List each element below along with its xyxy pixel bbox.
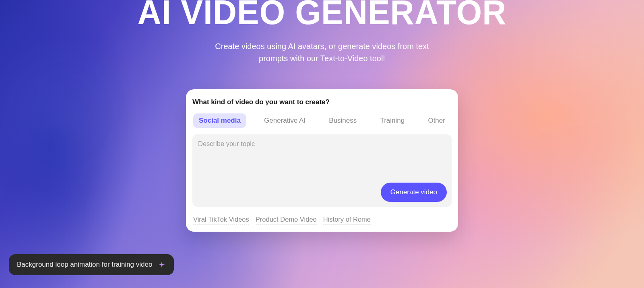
spark-icon bbox=[158, 261, 166, 269]
suggestion-toast[interactable]: Background loop animation for training v… bbox=[9, 254, 174, 275]
tab-generative-ai[interactable]: Generative AI bbox=[258, 113, 311, 128]
tab-social-media[interactable]: Social media bbox=[193, 113, 246, 128]
suggestion-item[interactable]: Product Demo Video bbox=[256, 216, 317, 224]
card-prompt-label: What kind of video do you want to create… bbox=[192, 98, 452, 106]
page-subtitle: Create videos using AI avatars, or gener… bbox=[201, 40, 443, 64]
tab-business[interactable]: Business bbox=[323, 113, 362, 128]
generator-card: What kind of video do you want to create… bbox=[186, 89, 458, 232]
category-tabs: Social media Generative AI Business Trai… bbox=[192, 113, 452, 128]
suggestion-item[interactable]: Viral TikTok Videos bbox=[193, 216, 249, 224]
tab-training[interactable]: Training bbox=[374, 113, 410, 128]
page-title: AI VIDEO GENERATOR bbox=[137, 0, 506, 30]
suggestion-item[interactable]: History of Rome bbox=[323, 216, 371, 224]
tab-other[interactable]: Other bbox=[422, 113, 451, 128]
suggestion-list: Viral TikTok Videos Product Demo Video H… bbox=[192, 216, 452, 224]
toast-text: Background loop animation for training v… bbox=[17, 261, 152, 269]
prompt-input-container: Generate video bbox=[192, 134, 452, 207]
hero-content: AI VIDEO GENERATOR Create videos using A… bbox=[0, 0, 644, 232]
generate-video-button[interactable]: Generate video bbox=[381, 183, 447, 202]
prompt-textarea[interactable] bbox=[198, 140, 446, 180]
